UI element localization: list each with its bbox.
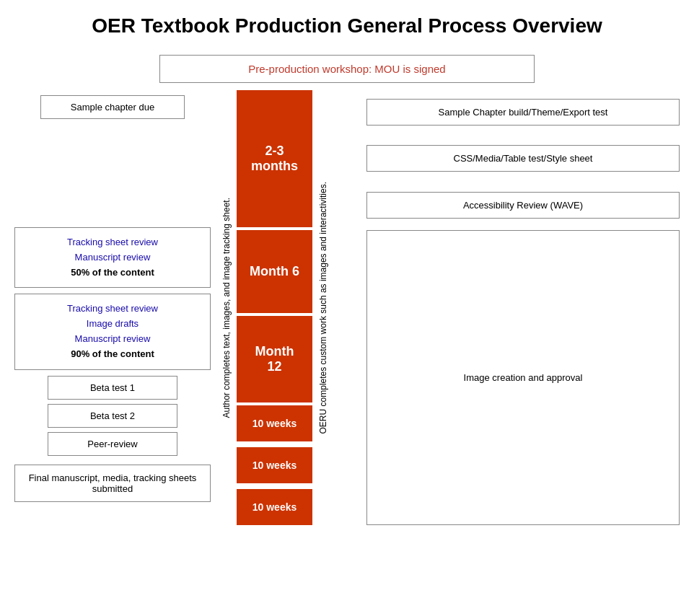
flow-area: Sample chapter due Tracking sheet review… xyxy=(14,90,680,525)
orange-block-2: Month 12 xyxy=(237,316,312,402)
orange-block-5: 10 weeks xyxy=(237,489,312,525)
tracking2-line1: Tracking sheet review xyxy=(67,303,158,314)
sample-chapter-box: Sample chapter due xyxy=(40,95,185,119)
main-container: Pre-production workshop: MOU is signed S… xyxy=(14,55,680,525)
orange-blocks-column: 2-3 months Month 6 Month 12 10 weeks 10 … xyxy=(237,90,312,525)
author-text: Author completes text, images, and image… xyxy=(221,198,232,418)
orange-block-1: Month 6 xyxy=(237,230,312,313)
page-title: OER Textbook Production General Process … xyxy=(14,14,680,38)
oeru-text: OERU completes custom work such as image… xyxy=(318,182,328,434)
tracking-box-2: Tracking sheet review Image drafts Manus… xyxy=(14,294,211,369)
right-column: Sample Chapter build/Theme/Export test C… xyxy=(361,90,680,525)
tracking2-line3: Manuscript review xyxy=(75,333,151,344)
beta-test-2-box: Beta test 2 xyxy=(48,404,177,428)
orange-block-3: 10 weeks xyxy=(237,405,312,441)
tracking1-line3: 50% of the content xyxy=(71,267,154,278)
final-manuscript-box: Final manuscript, media, tracking sheets… xyxy=(14,465,211,502)
orange-block-4: 10 weeks xyxy=(237,447,312,483)
sample-chapter-build-box: Sample Chapter build/Theme/Export test xyxy=(366,99,680,126)
rotated-right-container: OERU completes custom work such as image… xyxy=(312,90,334,525)
tracking2-line4: 90% of the content xyxy=(71,348,154,359)
peer-review-box: Peer-review xyxy=(48,432,177,456)
tracking1-line2: Manuscript review xyxy=(75,252,151,263)
rotated-left-container: Author completes text, images, and image… xyxy=(216,90,237,525)
center-column: Author completes text, images, and image… xyxy=(216,90,361,525)
orange-block-0: 2-3 months xyxy=(237,90,312,227)
left-column: Sample chapter due Tracking sheet review… xyxy=(14,90,216,525)
beta-test-1-box: Beta test 1 xyxy=(48,376,177,400)
tracking1-line1: Tracking sheet review xyxy=(67,237,158,247)
pre-production-box: Pre-production workshop: MOU is signed xyxy=(159,55,535,83)
accessibility-box: Accessibility Review (WAVE) xyxy=(366,192,680,219)
image-creation-box: Image creation and approval xyxy=(366,230,680,525)
tracking-box-1: Tracking sheet review Manuscript review … xyxy=(14,227,211,288)
css-media-box: CSS/Media/Table test/Style sheet xyxy=(366,145,680,172)
tracking2-line2: Image drafts xyxy=(87,318,139,329)
